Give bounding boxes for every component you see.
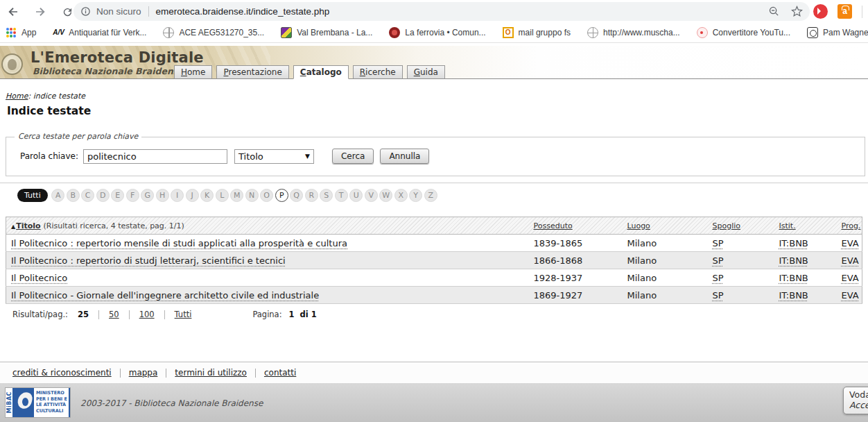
prog-link[interactable]: EVA bbox=[842, 238, 859, 248]
search-field-select[interactable]: Titolo ▼ bbox=[234, 149, 314, 164]
bookmark-val-brembana[interactable]: Val Brembana - La... bbox=[281, 27, 372, 38]
prog-link[interactable]: EVA bbox=[842, 290, 859, 301]
alphabet-letter-u[interactable]: U bbox=[349, 189, 363, 202]
keyword-label: Parola chiave: bbox=[20, 151, 78, 161]
camera-icon bbox=[807, 27, 818, 38]
bookmark-star-icon[interactable] bbox=[791, 6, 803, 17]
column-header-luogo[interactable]: Luogo bbox=[627, 221, 650, 230]
alphabet-letter-o[interactable]: O bbox=[260, 189, 273, 202]
tab-catalogo[interactable]: Catalogo bbox=[293, 65, 349, 79]
bookmark-pam-wagners[interactable]: Pam Wagners's (pa... bbox=[807, 27, 868, 38]
alphabet-letter-q[interactable]: Q bbox=[290, 189, 303, 202]
alphabet-letter-t[interactable]: T bbox=[335, 189, 348, 202]
alphabet-all-button[interactable]: Tutti bbox=[17, 189, 48, 202]
section-divider bbox=[0, 183, 868, 183]
title-link[interactable]: Il Politecnico : repertorio mensile di s… bbox=[11, 238, 347, 248]
alphabet-letter-i[interactable]: I bbox=[171, 189, 184, 202]
sitemap-link[interactable]: mappa bbox=[129, 368, 158, 378]
site-subtitle: Biblioteca Nazionale Braidense bbox=[33, 66, 184, 76]
forward-icon[interactable] bbox=[33, 4, 48, 19]
av-monogram-icon: A/V bbox=[53, 27, 64, 38]
alphabet-letter-y[interactable]: Y bbox=[409, 189, 422, 202]
url-bar[interactable]: Non sicuro emeroteca.braidense.it/indice… bbox=[73, 2, 810, 21]
alphabet-letter-e[interactable]: E bbox=[111, 189, 124, 202]
globe-icon bbox=[163, 27, 174, 38]
back-icon[interactable] bbox=[6, 4, 21, 19]
title-link[interactable]: Il Politecnico : repertorio di studj let… bbox=[11, 255, 286, 266]
spoglio-link[interactable]: SP bbox=[713, 290, 724, 301]
bookmark-convertitore[interactable]: Convertitore YouTu... bbox=[697, 27, 790, 38]
zoom-out-icon[interactable] bbox=[768, 6, 780, 17]
column-header-posseduto[interactable]: Posseduto bbox=[534, 221, 573, 230]
page-content: L'Emeroteca Digitale Biblioteca Nazional… bbox=[0, 43, 868, 422]
alphabet-letter-g[interactable]: G bbox=[141, 189, 154, 202]
alphabet-letter-l[interactable]: L bbox=[216, 189, 229, 202]
bookmark-ace[interactable]: ACE AEG531270_35... bbox=[163, 27, 264, 38]
per-page-50[interactable]: 50 bbox=[109, 310, 119, 319]
vodafone-popup[interactable]: Vodaf Access bbox=[843, 387, 868, 414]
breadcrumb-home-link[interactable]: Home bbox=[6, 92, 28, 101]
alphabet-letter-p[interactable]: P bbox=[275, 189, 288, 202]
alphabet-letter-m[interactable]: M bbox=[230, 189, 243, 202]
alphabet-letter-c[interactable]: C bbox=[81, 189, 94, 202]
security-label[interactable]: Non sicuro bbox=[96, 6, 141, 17]
search-button[interactable]: Cerca bbox=[332, 149, 374, 164]
footer-links: crediti & riconoscimenti mappa termini d… bbox=[0, 362, 868, 383]
keyword-input[interactable] bbox=[83, 149, 227, 164]
tab-home[interactable]: Home bbox=[174, 65, 212, 79]
title-link[interactable]: Il Politecnico - Giornale dell'ingegnere… bbox=[11, 290, 319, 301]
contacts-link[interactable]: contatti bbox=[264, 368, 296, 378]
istit-link[interactable]: IT:BNB bbox=[779, 238, 808, 248]
reload-icon[interactable] bbox=[60, 4, 75, 19]
bookmark-muscha[interactable]: http://www.muscha... bbox=[587, 27, 680, 38]
pagination: Risultati/pag.: 25 50 100 Tutti Pagina: … bbox=[12, 310, 317, 319]
column-header-prog[interactable]: Prog. bbox=[842, 221, 861, 230]
prog-link[interactable]: EVA bbox=[842, 255, 859, 266]
extension-amazon-icon[interactable]: a bbox=[837, 4, 852, 19]
alphabet-letter-v[interactable]: V bbox=[365, 189, 378, 202]
table-header-row: ▲Titolo(Risultati ricerca, 4 testate, pa… bbox=[6, 217, 862, 235]
alphabet-letter-k[interactable]: K bbox=[200, 189, 214, 202]
istit-link[interactable]: IT:BNB bbox=[779, 273, 808, 283]
table-row: Il Politecnico : repertorio mensile di s… bbox=[6, 235, 862, 252]
info-icon[interactable] bbox=[80, 6, 91, 17]
tab-ricerche[interactable]: Ricerche bbox=[353, 65, 403, 79]
title-link[interactable]: Il Politecnico bbox=[11, 273, 67, 283]
alphabet-letter-a[interactable]: A bbox=[51, 189, 64, 202]
credits-link[interactable]: crediti & riconoscimenti bbox=[12, 368, 112, 378]
tab-presentazione[interactable]: Presentazione bbox=[216, 65, 288, 79]
terms-link[interactable]: termini di utilizzo bbox=[175, 368, 247, 378]
spoglio-link[interactable]: SP bbox=[713, 255, 724, 266]
alphabet-letter-j[interactable]: J bbox=[186, 189, 199, 202]
spoglio-link[interactable]: SP bbox=[713, 273, 724, 283]
alphabet-letter-r[interactable]: R bbox=[305, 189, 318, 202]
table-row: Il Politecnico - Giornale dell'ingegnere… bbox=[6, 287, 862, 304]
alphabet-letter-f[interactable]: F bbox=[126, 189, 139, 202]
url-text[interactable]: emeroteca.braidense.it/indice_testate.ph… bbox=[156, 6, 330, 17]
alphabet-letter-x[interactable]: X bbox=[394, 189, 408, 202]
column-header-titolo[interactable]: Titolo bbox=[16, 221, 40, 230]
alphabet-letter-z[interactable]: Z bbox=[424, 189, 437, 202]
extension-red-icon[interactable] bbox=[813, 4, 828, 19]
per-page-all[interactable]: Tutti bbox=[175, 310, 192, 319]
tab-guida[interactable]: Guida bbox=[407, 65, 445, 79]
bookmark-antiquariat[interactable]: A/V Antiquariat für Verk... bbox=[53, 27, 146, 38]
column-header-spoglio[interactable]: Spoglio bbox=[713, 221, 741, 230]
reset-button[interactable]: Annulla bbox=[380, 149, 429, 164]
alphabet-letter-b[interactable]: B bbox=[67, 189, 80, 202]
prog-link[interactable]: EVA bbox=[842, 273, 859, 283]
alphabet-letter-n[interactable]: N bbox=[245, 189, 259, 202]
spoglio-link[interactable]: SP bbox=[713, 238, 724, 248]
column-header-istit[interactable]: Istit. bbox=[779, 221, 796, 230]
per-page-25: 25 bbox=[78, 310, 89, 319]
istit-link[interactable]: IT:BNB bbox=[779, 290, 808, 301]
alphabet-letter-d[interactable]: D bbox=[96, 189, 110, 202]
per-page-100[interactable]: 100 bbox=[139, 310, 155, 319]
alphabet-letter-h[interactable]: H bbox=[156, 189, 169, 202]
istit-link[interactable]: IT:BNB bbox=[779, 255, 808, 266]
bookmark-la-ferrovia[interactable]: La ferrovia • Comun... bbox=[389, 27, 485, 38]
bookmark-apps[interactable]: App bbox=[6, 27, 36, 38]
alphabet-letter-w[interactable]: W bbox=[379, 189, 392, 202]
bookmark-mail-gruppo-fs[interactable]: O mail gruppo fs bbox=[503, 27, 571, 38]
alphabet-letter-s[interactable]: S bbox=[320, 189, 333, 202]
